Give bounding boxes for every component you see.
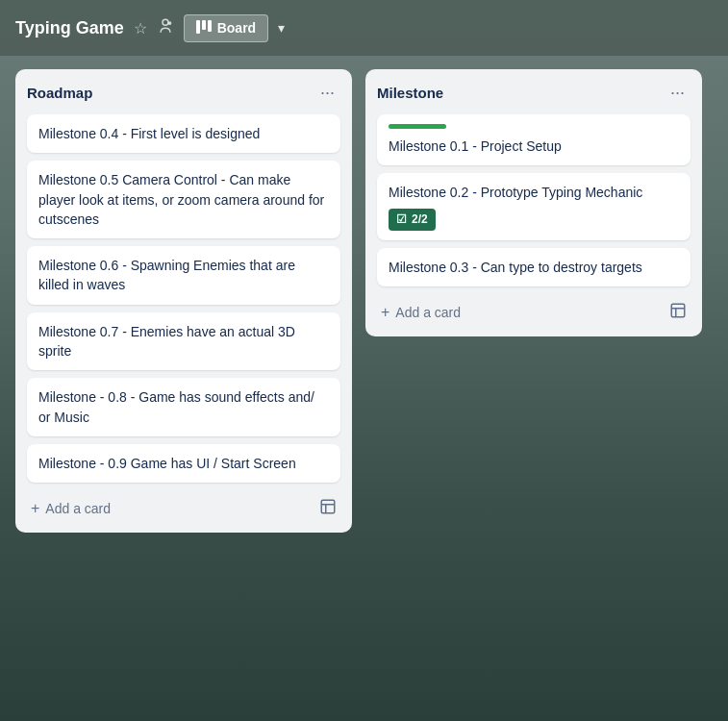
svg-rect-2 [196, 20, 200, 34]
card-card-r6[interactable]: Milestone - 0.9 Game has UI / Start Scre… [27, 444, 340, 483]
progress-bar-container [389, 124, 446, 129]
column-milestone: Milestone···Milestone 0.1 - Project Setu… [365, 69, 702, 336]
star-icon[interactable]: ☆ [134, 19, 147, 37]
svg-rect-5 [321, 501, 335, 514]
card-card-r3[interactable]: Milestone 0.6 - Spawning Enemies that ar… [27, 246, 340, 305]
column-title-milestone: Milestone [377, 85, 443, 101]
column-roadmap: Roadmap···Milestone 0.4 - First level is… [15, 69, 352, 533]
svg-rect-4 [208, 20, 212, 32]
column-menu-roadmap[interactable]: ··· [314, 81, 340, 105]
template-icon[interactable] [669, 302, 687, 323]
card-badge: ☑2/2 [389, 209, 436, 231]
board-content: Roadmap···Milestone 0.4 - First level is… [0, 56, 728, 546]
column-header-milestone: Milestone··· [377, 81, 690, 105]
card-text: Milestone 0.4 - First level is designed [38, 126, 260, 141]
board-button[interactable]: Board [184, 14, 268, 42]
person-icon [157, 17, 174, 38]
board-btn-label: Board [217, 20, 256, 36]
board-icon [196, 20, 212, 37]
card-text: Milestone 0.5 Camera Control - Can make … [38, 172, 324, 227]
progress-bar-fill [389, 124, 446, 129]
column-header-roadmap: Roadmap··· [27, 81, 340, 105]
column-menu-milestone[interactable]: ··· [665, 81, 690, 105]
chevron-down-icon[interactable]: ▾ [278, 20, 285, 36]
card-card-m1[interactable]: Milestone 0.1 - Project Setup [377, 114, 690, 165]
card-text: Milestone 0.3 - Can type to destroy targ… [389, 260, 642, 275]
card-text: Milestone 0.2 - Prototype Typing Mechani… [389, 185, 642, 200]
add-card-label: Add a card [395, 305, 461, 320]
add-card-roadmap: +Add a card [27, 492, 340, 521]
card-card-m3[interactable]: Milestone 0.3 - Can type to destroy targ… [377, 248, 690, 286]
column-title-roadmap: Roadmap [27, 85, 92, 101]
add-card-button-milestone[interactable]: +Add a card [381, 304, 461, 321]
check-icon: ☑ [396, 211, 407, 228]
badge-text: 2/2 [412, 211, 428, 228]
card-text: Milestone 0.6 - Spawning Enemies that ar… [38, 258, 295, 292]
card-card-r4[interactable]: Milestone 0.7 - Enemies have an actual 3… [27, 312, 340, 371]
card-text: Milestone 0.7 - Enemies have an actual 3… [38, 324, 295, 359]
add-card-label: Add a card [45, 501, 111, 516]
card-text: Milestone - 0.8 - Game has sound effects… [38, 389, 314, 424]
add-card-button-roadmap[interactable]: +Add a card [31, 500, 111, 517]
svg-rect-3 [202, 20, 206, 30]
card-card-r5[interactable]: Milestone - 0.8 - Game has sound effects… [27, 378, 340, 436]
add-card-milestone: +Add a card [377, 296, 690, 325]
plus-icon: + [31, 500, 39, 517]
card-card-r2[interactable]: Milestone 0.5 Camera Control - Can make … [27, 161, 340, 238]
header: Typing Game ☆ Board ▾ [0, 0, 728, 56]
card-text: Milestone - 0.9 Game has UI / Start Scre… [38, 456, 296, 471]
template-icon[interactable] [319, 498, 337, 519]
card-card-m2[interactable]: Milestone 0.2 - Prototype Typing Mechani… [377, 173, 690, 240]
card-text: Milestone 0.1 - Project Setup [389, 138, 562, 154]
card-card-r1[interactable]: Milestone 0.4 - First level is designed [27, 114, 340, 153]
svg-rect-6 [671, 305, 685, 318]
svg-point-1 [167, 21, 171, 25]
svg-point-0 [163, 19, 168, 25]
app-title: Typing Game [15, 18, 124, 38]
plus-icon: + [381, 304, 389, 321]
